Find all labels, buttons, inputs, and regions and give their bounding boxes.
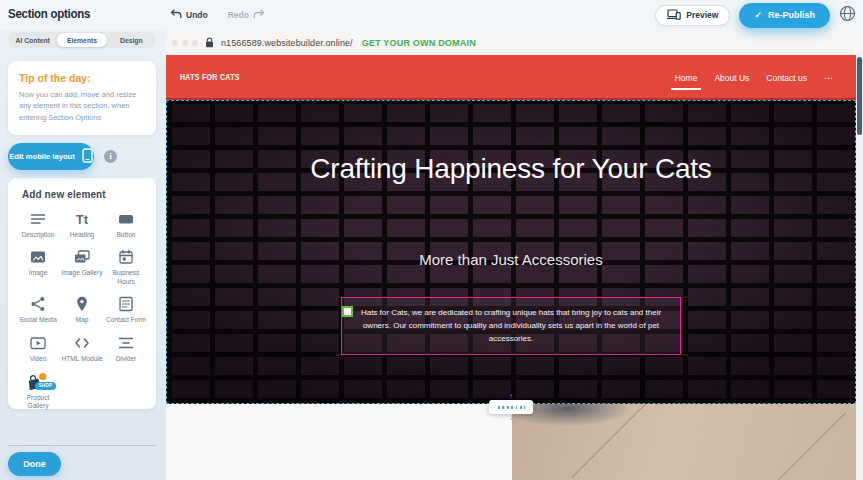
image-icon bbox=[29, 248, 47, 266]
svg-text:Tt: Tt bbox=[76, 211, 89, 226]
window-dot bbox=[192, 40, 198, 46]
tip-body: Now you can add, move and resize any ele… bbox=[19, 89, 145, 123]
lock-icon bbox=[205, 37, 214, 48]
shop-badge: SHOP bbox=[35, 382, 56, 390]
undo-button[interactable]: Undo bbox=[170, 9, 208, 21]
element-item-product-gallery[interactable]: SHOP Product Gallery bbox=[17, 373, 59, 411]
resize-grip[interactable] bbox=[489, 400, 533, 414]
phone-icon bbox=[82, 148, 93, 165]
next-section-photo bbox=[512, 404, 856, 480]
element-item-social-media[interactable]: Social Media bbox=[17, 295, 59, 325]
tab-ai-content[interactable]: AI Content bbox=[8, 32, 57, 48]
share-icon bbox=[29, 295, 47, 313]
browser-address-bar: n1566589.websitebuilder.online/ GET YOUR… bbox=[166, 30, 863, 55]
sidebar-tabbar: AI Content Elements Design bbox=[8, 32, 156, 48]
republish-button[interactable]: ✓ Re-Publish bbox=[739, 3, 830, 28]
tip-of-the-day-card: Tip of the day: Now you can add, move an… bbox=[8, 61, 156, 135]
site-url: n1566589.websitebuilder.online/ bbox=[221, 38, 353, 48]
page-title: Section options bbox=[8, 7, 90, 21]
app-window: Section options Undo Redo Prev bbox=[0, 0, 863, 480]
preview-label: Preview bbox=[686, 10, 718, 20]
element-item-heading[interactable]: Tt Heading bbox=[61, 210, 103, 240]
photo-texture-line bbox=[774, 413, 845, 480]
element-item-html-module[interactable]: HTML Module bbox=[61, 334, 103, 364]
globe-icon bbox=[839, 5, 856, 26]
element-item-map[interactable]: Map bbox=[61, 295, 103, 325]
section-resize-handle[interactable]: ↑ ↓ bbox=[489, 393, 533, 421]
button-icon bbox=[117, 210, 135, 228]
redo-label: Redo bbox=[228, 10, 249, 20]
site-header: HATS FOR CATS Home About Us Contact us ⋯ bbox=[166, 55, 856, 100]
scrollbar-thumb[interactable] bbox=[857, 57, 862, 135]
devices-icon bbox=[667, 9, 681, 22]
photo-texture-line bbox=[572, 404, 650, 478]
arrow-down-icon: ↓ bbox=[509, 414, 513, 421]
element-item-video[interactable]: Video bbox=[17, 334, 59, 364]
element-drag-handle[interactable] bbox=[342, 306, 353, 317]
site-nav: Home About Us Contact us ⋯ bbox=[675, 55, 834, 100]
hero-description-text: Hats for Cats, we are dedicated to craft… bbox=[352, 306, 670, 346]
edit-mobile-layout-label: Edit mobile layout bbox=[9, 152, 74, 161]
code-icon bbox=[73, 334, 91, 352]
video-icon bbox=[29, 334, 47, 352]
top-toolbar: Section options Undo Redo Prev bbox=[0, 0, 863, 30]
tab-elements[interactable]: Elements bbox=[57, 33, 106, 47]
redo-button[interactable]: Redo bbox=[228, 9, 265, 21]
add-panel-title: Add new element bbox=[22, 189, 147, 200]
mobile-layout-row: Edit mobile layout i bbox=[8, 143, 158, 170]
element-item-button[interactable]: Button bbox=[105, 210, 147, 240]
window-dots bbox=[172, 40, 198, 46]
toolbar-actions: Preview ✓ Re-Publish bbox=[655, 0, 856, 30]
next-section-blank bbox=[166, 404, 512, 480]
divider-icon bbox=[117, 334, 135, 352]
republish-label: Re-Publish bbox=[768, 10, 815, 20]
site-preview-frame: n1566589.websitebuilder.online/ GET YOUR… bbox=[166, 30, 863, 480]
text-lines-icon bbox=[29, 210, 47, 228]
image-gallery-icon bbox=[73, 248, 91, 266]
arrow-up-icon: ↑ bbox=[509, 393, 513, 400]
element-grid: Description Tt Heading Button bbox=[17, 210, 147, 411]
window-dot bbox=[172, 40, 178, 46]
edit-mobile-layout-button[interactable]: Edit mobile layout bbox=[8, 143, 94, 170]
element-item-divider[interactable]: Divider bbox=[105, 334, 147, 364]
business-hours-icon bbox=[117, 248, 135, 266]
nav-item-about-us[interactable]: About Us bbox=[714, 73, 749, 83]
site-logo[interactable]: HATS FOR CATS bbox=[180, 72, 240, 82]
section-options-sidebar: AI Content Elements Design Tip of the da… bbox=[0, 30, 166, 480]
nav-item-home[interactable]: Home bbox=[675, 73, 698, 83]
product-gallery-icon: SHOP bbox=[25, 373, 51, 391]
contact-form-icon bbox=[117, 295, 135, 313]
tab-design[interactable]: Design bbox=[107, 32, 156, 48]
grip-dashes-icon bbox=[498, 406, 525, 409]
element-item-image[interactable]: Image bbox=[17, 248, 59, 286]
sidebar-divider bbox=[8, 445, 156, 446]
element-item-image-gallery[interactable]: Image Gallery bbox=[61, 248, 103, 286]
tip-title: Tip of the day: bbox=[19, 72, 145, 84]
hero-section-selected[interactable]: Crafting Happiness for Your Cats More th… bbox=[166, 100, 856, 404]
nav-more-icon[interactable]: ⋯ bbox=[824, 73, 834, 83]
element-item-contact-form[interactable]: Contact Form bbox=[105, 295, 147, 325]
get-domain-link[interactable]: GET YOUR OWN DOMAIN bbox=[362, 38, 476, 48]
check-icon: ✓ bbox=[754, 10, 762, 20]
preview-button[interactable]: Preview bbox=[655, 5, 730, 26]
hero-heading[interactable]: Crafting Happiness for Your Cats bbox=[296, 149, 726, 189]
add-new-element-panel: Add new element Description Tt Heading bbox=[8, 178, 156, 409]
map-pin-icon bbox=[73, 295, 91, 313]
element-item-business-hours[interactable]: Business Hours bbox=[105, 248, 147, 286]
done-button[interactable]: Done bbox=[8, 452, 61, 476]
window-dot bbox=[182, 40, 188, 46]
nav-item-contact-us[interactable]: Contact us bbox=[766, 73, 807, 83]
preview-scrollbar[interactable] bbox=[856, 55, 863, 480]
language-globe-button[interactable] bbox=[839, 7, 856, 24]
redo-icon bbox=[253, 9, 265, 21]
undo-label: Undo bbox=[186, 10, 208, 20]
hero-subheading[interactable]: More than Just Accessories bbox=[296, 251, 726, 268]
element-item-description[interactable]: Description bbox=[17, 210, 59, 240]
undo-icon bbox=[170, 9, 182, 21]
heading-icon: Tt bbox=[73, 210, 91, 228]
hero-description-box-selected[interactable]: Hats for Cats, we are dedicated to craft… bbox=[341, 297, 681, 355]
info-icon[interactable]: i bbox=[104, 150, 117, 163]
undo-redo-group: Undo Redo bbox=[170, 0, 265, 30]
